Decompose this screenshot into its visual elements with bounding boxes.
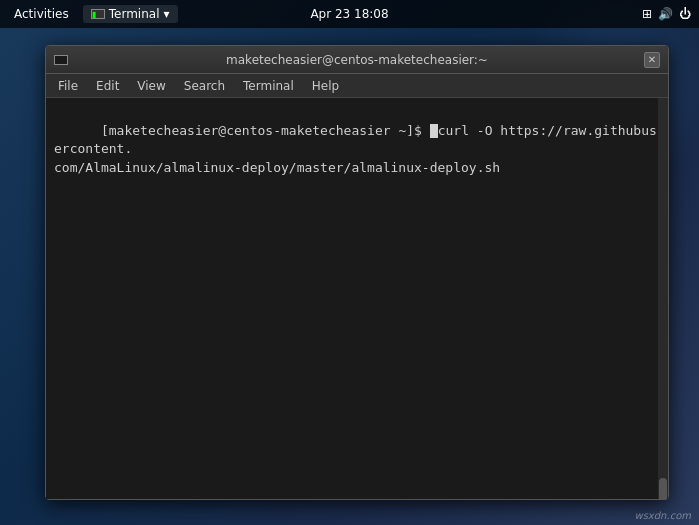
- menu-search[interactable]: Search: [176, 77, 233, 95]
- window-icon: [54, 55, 68, 65]
- volume-icon[interactable]: 🔊: [658, 7, 673, 21]
- menu-view[interactable]: View: [129, 77, 173, 95]
- terminal-taskbar-icon: ▮: [91, 9, 105, 19]
- window-title: maketecheasier@centos-maketecheasier:~: [226, 53, 488, 67]
- menu-bar: File Edit View Search Terminal Help: [46, 74, 668, 98]
- taskbar-right: ⊞ 🔊 ⏻: [642, 7, 691, 21]
- prompt: [maketecheasier@centos-maketecheasier ~]…: [101, 123, 430, 138]
- terminal-window: maketecheasier@centos-maketecheasier:~ ✕…: [45, 45, 669, 500]
- network-icon[interactable]: ⊞: [642, 7, 652, 21]
- menu-edit[interactable]: Edit: [88, 77, 127, 95]
- taskbar: Activities ▮ Terminal ▾ Apr 23 18:08 ⊞ 🔊…: [0, 0, 699, 28]
- activities-button[interactable]: Activities: [8, 5, 75, 23]
- command-text-2: com/AlmaLinux/almalinux-deploy/master/al…: [54, 160, 500, 175]
- taskbar-left: Activities ▮ Terminal ▾: [8, 5, 178, 23]
- terminal-taskbar-label: Terminal: [109, 7, 160, 21]
- watermark: wsxdn.com: [634, 510, 691, 521]
- terminal-taskbar-arrow: ▾: [163, 7, 169, 21]
- terminal-content[interactable]: [maketecheasier@centos-maketecheasier ~]…: [46, 98, 668, 499]
- scrollbar-thumb[interactable]: [659, 478, 667, 499]
- title-bar: maketecheasier@centos-maketecheasier:~ ✕: [46, 46, 668, 74]
- menu-help[interactable]: Help: [304, 77, 347, 95]
- title-bar-left: [54, 55, 68, 65]
- power-icon[interactable]: ⏻: [679, 7, 691, 21]
- taskbar-datetime: Apr 23 18:08: [310, 7, 388, 21]
- menu-terminal[interactable]: Terminal: [235, 77, 302, 95]
- command-line: [maketecheasier@centos-maketecheasier ~]…: [54, 104, 660, 195]
- terminal-taskbar-button[interactable]: ▮ Terminal ▾: [83, 5, 178, 23]
- close-button[interactable]: ✕: [644, 52, 660, 68]
- tray-icons: ⊞ 🔊 ⏻: [642, 7, 691, 21]
- scrollbar[interactable]: [658, 98, 668, 499]
- cursor: [430, 124, 438, 138]
- menu-file[interactable]: File: [50, 77, 86, 95]
